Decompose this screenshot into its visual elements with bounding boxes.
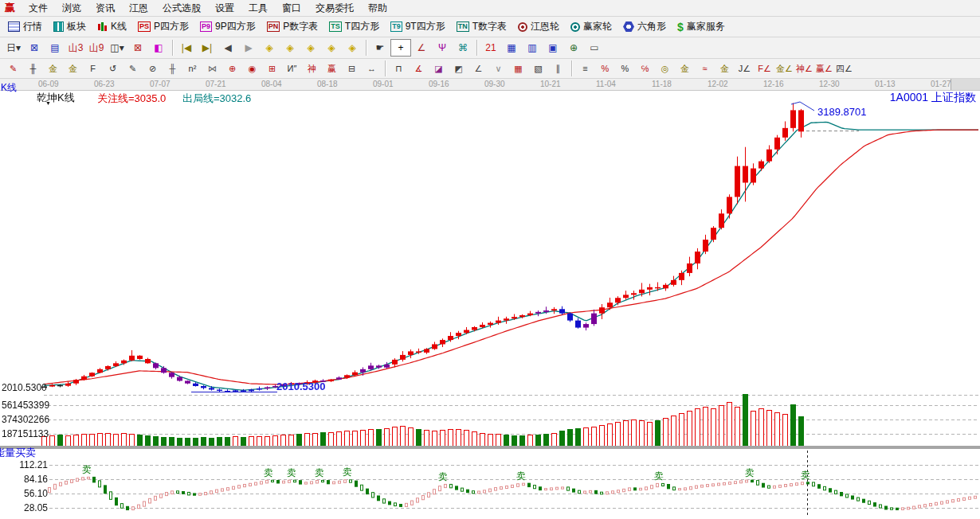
kline-type-dropdown[interactable]: 乾坤K线 [37,91,75,105]
chevron-down-icon[interactable]: ▼ [45,100,51,106]
grid-red-tool[interactable]: ▦ [508,60,528,76]
four-angle-tool[interactable]: 四∠ [834,60,854,76]
star-target-tool[interactable]: ◉ [242,60,262,76]
ying-comb-tool[interactable]: 赢 [322,60,342,76]
diamond-right-button[interactable]: ◈ [280,39,300,57]
hand-tool[interactable]: ☛ [370,39,390,57]
last-page-button[interactable]: ▶| [197,39,218,57]
ray-box-tool[interactable]: ◪ [429,60,449,76]
toolbar-item-11[interactable]: 六角形 [618,18,671,35]
ray-fan-tool[interactable]: ∡ [409,60,429,76]
menu-item-2[interactable]: 资讯 [88,0,122,17]
info-panel-icon[interactable]: ▤ [45,39,65,57]
toolbar-item-4[interactable]: P99P四方形 [195,18,261,35]
toolbar-item-0[interactable]: 行情 [3,18,47,35]
volume-axis-label: 561453399 [2,400,49,411]
f-angle-tool[interactable]: F∠ [755,60,774,76]
toolbar-item-10[interactable]: 赢家轮 [566,18,617,35]
ray-box-2-tool[interactable]: ◩ [449,60,468,76]
gold-comb-1-tool[interactable]: 金 [43,60,63,76]
menu-item-4[interactable]: 公式选股 [155,0,208,17]
toolbar-item-7[interactable]: T99T四方形 [386,18,450,35]
toolbar-item-1[interactable]: 板块 [49,18,91,35]
quote-tool[interactable]: И″ [282,60,302,76]
web-tool[interactable]: ⌘ [453,39,473,57]
prev-button[interactable]: ◀ [218,39,238,57]
next-button[interactable]: ▶ [238,39,259,57]
date-tick: 01-27 [931,80,951,88]
menu-item-0[interactable]: 文件 [22,0,55,17]
grid-target-tool[interactable]: ⊞ [262,60,282,76]
notes-icon[interactable]: ▥ [522,39,543,57]
gold-circle-tool[interactable]: ◎ [655,60,675,76]
diamond-left-button[interactable]: ◈ [259,39,280,57]
menu-item-9[interactable]: 帮助 [361,0,394,17]
percent-tool[interactable]: % [615,60,635,76]
circle-gauge-tool[interactable]: ⊘ [143,60,163,76]
diamond-compress-button[interactable]: ◈ [321,39,342,57]
toolbar-item-2[interactable]: K线 [92,18,131,35]
candle-type[interactable]: ◫▾ [107,39,127,57]
color-chart-icon[interactable]: ◧ [148,39,169,57]
comb-tool[interactable]: ╫ [163,60,182,76]
toolbar-item-5[interactable]: PNP数字表 [262,18,323,35]
bar-list-tool[interactable]: ≡ [575,60,595,76]
menu-item-8[interactable]: 交易委托 [308,0,361,17]
menu-item-3[interactable]: 江恩 [122,0,155,17]
gold-box-tool[interactable]: 金 [715,60,735,76]
spiral-tool[interactable]: ↺ [103,60,123,76]
gold-angle-tool[interactable]: 金∠ [774,60,794,76]
toolbar-item-6[interactable]: TST四方形 [324,18,384,35]
crosshair-tool[interactable]: + [390,39,411,57]
ying-angle-tool[interactable]: 赢∠ [814,60,834,76]
j-angle-tool[interactable]: J∠ [735,60,755,76]
wave-9-icon[interactable]: 山9 [86,39,107,57]
menu-item-7[interactable]: 窗口 [275,0,308,17]
grid-arrow-tool[interactable]: ▧ [528,60,548,76]
toolbar-item-9[interactable]: 江恩轮 [513,18,564,35]
menu-item-1[interactable]: 浏览 [55,0,88,17]
gold-line-tool[interactable]: 金 [675,60,695,76]
f-comb-tool[interactable]: F [83,60,103,76]
wave-3-icon[interactable]: 山3 [65,39,86,57]
save-icon[interactable]: ▣ [543,39,563,57]
qiankun-pattern-icon[interactable]: ⊠ [127,39,148,57]
date-tick: 12-02 [708,80,728,88]
parallel-lines-tool[interactable]: ∥ [548,60,568,76]
span-arrow-tool[interactable]: ↔ [362,60,382,76]
gann-tool[interactable]: Ψ [432,39,453,57]
world-clock-icon[interactable]: ⊕ [563,39,584,57]
brush-2-tool[interactable]: ✎ [123,60,143,76]
n2-comb-tool[interactable]: n² [182,60,202,76]
grid-123-tool[interactable]: ⊟ [342,60,362,76]
menu-item-6[interactable]: 工具 [241,0,275,17]
kline-chart-canvas[interactable] [0,79,980,519]
print-icon[interactable]: ▭ [584,39,605,57]
toolbar-item-8[interactable]: TNT数字表 [452,18,512,35]
brush-tool[interactable]: ✎ [3,60,23,76]
diamond-star-button[interactable]: ◈ [342,39,363,57]
menu-item-5[interactable]: 设置 [208,0,241,17]
angle-fan-tool[interactable]: ∠ [468,60,488,76]
percent-line-tool[interactable]: ℅ [635,60,655,76]
toolbar-item-12[interactable]: $赢家服务 [672,18,730,35]
kline-style[interactable]: 日▾ [3,39,24,57]
shen-comb-tool[interactable]: 神 [302,60,322,76]
frame-tool[interactable]: ⊓ [389,60,409,76]
zigzag-tool[interactable]: ∨ [488,60,508,76]
pattern-window-icon[interactable]: ⊠ [24,39,45,57]
shen-angle-tool[interactable]: 神∠ [794,60,814,76]
percent-fall-tool[interactable]: % [595,60,615,76]
first-page-button[interactable]: |◀ [176,39,197,57]
wave-tool[interactable]: ≈ [695,60,715,76]
toolbar-item-3[interactable]: PSP四方形 [133,18,194,35]
mirror-angle-tool[interactable]: ⋈ [202,60,222,76]
calculator-icon[interactable]: ▦ [501,39,522,57]
diamond-expand-button[interactable]: ◈ [300,39,321,57]
sell-signal-marker: 卖 [745,466,755,480]
gann-comb-tool[interactable]: ╫ [23,60,43,76]
circle-cross-tool[interactable]: ⊕ [222,60,242,76]
calendar-icon[interactable]: 21 [480,39,501,57]
gold-comb-2-tool[interactable]: 金 [63,60,83,76]
angle-tool[interactable]: ∠ [411,39,432,57]
